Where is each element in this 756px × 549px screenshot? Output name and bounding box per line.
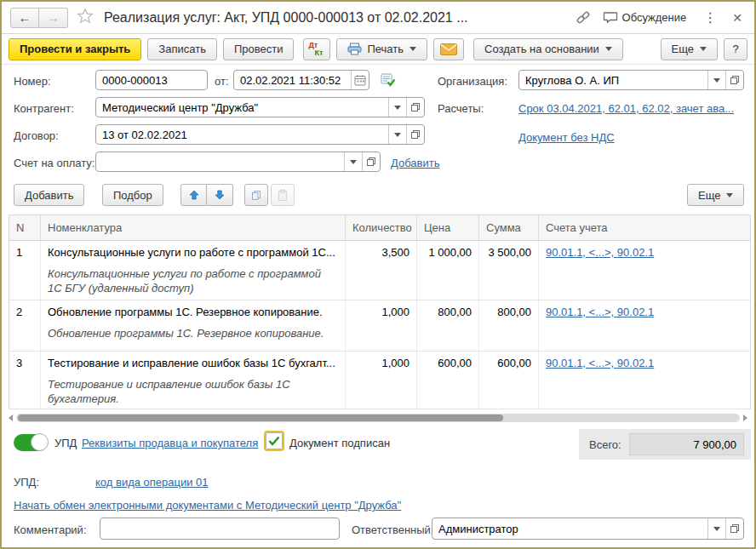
total-panel: Всего: 7 900,00 [579,429,751,460]
toggle-knob [31,433,49,451]
table-row[interactable]: 2 Обновление программы 1С. Резервное коп… [9,300,750,352]
move-down-button[interactable] [207,184,233,206]
copy-button[interactable] [244,184,268,206]
chevron-down-icon [410,47,416,51]
nomenclature-name[interactable]: Обновление программы 1С. Резервное копир… [48,306,338,318]
organization-select[interactable]: Круглова О. А. ИП [518,70,744,90]
date-input[interactable]: 02.02.2021 11:30:52 [233,70,369,90]
scrollbar-track[interactable] [16,414,740,422]
col-sum[interactable]: Сумма [479,215,539,240]
upd-label: УПД: [14,476,39,489]
envelope-icon [440,43,457,55]
sum-cell[interactable]: 600,00 [479,352,539,409]
horizontal-scrollbar[interactable] [9,413,747,423]
total-label: Всего: [589,438,621,451]
invoice-label: Счет на оплату: [14,157,94,169]
open-icon[interactable] [406,98,424,117]
chevron-down-icon[interactable] [344,152,362,171]
no-vat-link[interactable]: Документ без НДС [518,131,615,144]
operation-code-link[interactable]: код вида операции 01 [95,476,209,489]
calendar-icon[interactable] [351,71,369,89]
col-accounts[interactable]: Счета учета [539,215,752,240]
open-icon[interactable] [362,152,380,171]
discussion-icon[interactable]: Обсуждение [603,11,687,25]
qty-cell[interactable]: 1,000 [346,352,417,409]
sum-cell[interactable]: 800,00 [479,300,539,351]
responsible-select[interactable]: Администратор [432,518,744,540]
scroll-left-icon[interactable] [9,415,13,421]
invoice-add-link[interactable]: Добавить [391,157,439,169]
price-cell[interactable]: 1 000,00 [417,241,479,300]
sum-cell[interactable]: 3 500,00 [479,241,539,300]
col-qty[interactable]: Количество [346,215,417,240]
nomenclature-name[interactable]: Консультационные услуги по работе с прог… [48,246,338,259]
contract-select[interactable]: 13 от 02.02.2021 [95,124,425,145]
create-based-on-button[interactable]: Создать на основании [473,38,623,60]
row-add-button[interactable]: Добавить [14,184,84,206]
invoice-select[interactable] [95,152,381,172]
open-icon[interactable] [725,71,743,89]
more-button[interactable]: Еще [661,38,718,60]
save-button[interactable]: Записать [147,38,217,60]
chevron-down-icon [726,193,733,197]
chevron-down-icon[interactable] [388,98,406,117]
price-cell[interactable]: 600,00 [417,352,479,409]
table-row[interactable]: 3 Тестирование и исправление ошибок базы… [9,352,750,409]
favorite-star-icon[interactable] [77,8,94,28]
email-button[interactable] [433,38,464,60]
chevron-down-icon[interactable] [707,71,725,89]
help-button[interactable]: ? [724,38,747,60]
post-and-close-button[interactable]: Провести и закрыть [9,38,141,60]
upd-toggle[interactable] [14,434,48,451]
seller-buyer-requisites-link[interactable]: Реквизиты продавца и покупателя [82,437,258,449]
chevron-down-icon[interactable] [707,518,725,539]
date-label: от: [215,75,229,88]
open-icon[interactable] [725,518,743,539]
col-nomenclature[interactable]: Номенклатура [41,215,346,240]
paste-button[interactable] [271,184,295,206]
row-number: 1 [9,241,41,300]
print-button[interactable]: Печать [336,38,427,60]
arrow-down-icon [215,190,225,200]
pick-button[interactable]: Подбор [102,184,163,206]
qty-cell[interactable]: 1,000 [346,300,417,351]
edi-exchange-link[interactable]: Начать обмен электронными документами с … [14,499,401,512]
price-cell[interactable]: 800,00 [417,300,479,351]
scroll-right-icon[interactable] [743,415,747,421]
back-button[interactable]: ← [10,8,39,28]
qty-cell[interactable]: 3,500 [346,241,417,300]
comment-input[interactable] [100,518,340,540]
close-icon[interactable]: ✕ [729,11,746,25]
nomenclature-comment: Тестирование и исправление ошибок базы 1… [48,377,338,406]
contract-label: Договор: [14,129,59,142]
forward-button[interactable]: → [39,8,68,28]
table-more-button[interactable]: Еще [687,184,744,206]
dt-kt-postings-button[interactable]: Дт Кт [303,38,330,60]
nomenclature-name[interactable]: Тестирование и исправление ошибок базы 1… [48,357,338,369]
document-signed-checkbox[interactable] [266,432,283,449]
col-n[interactable]: N [9,215,41,240]
table-row[interactable]: 1 Консультационные услуги по работе с пр… [9,241,750,300]
copy-icon [251,189,261,202]
items-table: N Номенклатура Количество Цена Сумма Сче… [9,214,751,409]
row-number: 3 [9,352,41,409]
counterparty-select[interactable]: Методический центр "Дружба" [95,97,425,117]
printer-icon [347,43,362,55]
col-price[interactable]: Цена [417,215,479,240]
post-button[interactable]: Провести [223,38,295,60]
link-icon[interactable] [576,10,591,26]
scrollbar-thumb[interactable] [18,415,503,421]
more-menu-icon[interactable]: ⋮ [700,9,720,26]
accounts-link[interactable]: 90.01.1, <...>, 90.02.1 [546,246,654,259]
clipboard-icon [278,189,288,202]
number-input[interactable]: 0000-000013 [95,70,208,90]
chevron-down-icon [605,47,612,51]
command-bar: Провести и закрыть Записать Провести Дт … [2,34,754,65]
settlements-link[interactable]: Срок 03.04.2021, 62.01, 62.02, зачет ава… [518,102,734,115]
chevron-down-icon[interactable] [388,125,406,144]
open-icon[interactable] [406,125,424,144]
move-up-button[interactable] [180,184,207,206]
accounts-link[interactable]: 90.01.1, <...>, 90.02.1 [546,357,654,369]
counterparty-label: Контрагент: [14,102,74,115]
accounts-link[interactable]: 90.01.1, <...>, 90.02.1 [546,306,654,318]
